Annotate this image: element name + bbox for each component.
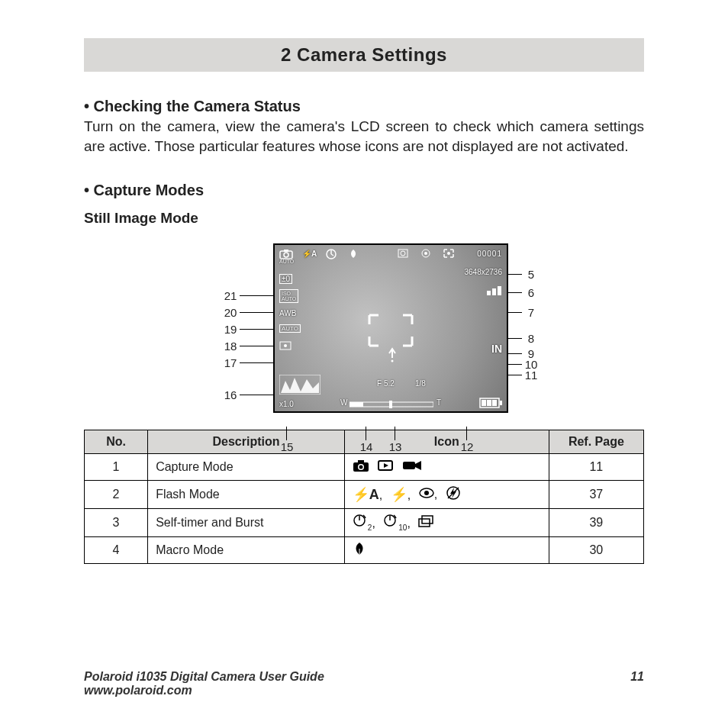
callout-18: 18 [221, 340, 240, 353]
aperture: F 5.2 [377, 379, 395, 388]
zoom-bar [350, 401, 433, 408]
svg-rect-18 [389, 401, 392, 408]
cell-icon: ⚡A, ⚡, , [344, 481, 549, 509]
callout-20: 20 [221, 306, 240, 319]
cell-ref: 37 [549, 481, 643, 509]
cell-icon: 2, 10, [344, 509, 549, 537]
iso-icon: ISO AUTO [279, 289, 298, 303]
cell-no: 4 [85, 537, 148, 564]
timer2-icon: 2, [353, 514, 375, 532]
storage: IN [491, 343, 502, 355]
sharpness-icon: AUTO [279, 324, 301, 333]
callout-17: 17 [221, 356, 240, 369]
flash-a-icon: ⚡A, [353, 486, 382, 503]
svg-point-8 [447, 252, 450, 255]
svg-rect-27 [358, 460, 364, 463]
status-body-text: Turn on the camera, view the camera's LC… [84, 117, 644, 156]
self-timer-icon [325, 248, 337, 260]
flash-auto-icon: ⚡A [302, 250, 317, 258]
flash-off-icon [446, 485, 461, 504]
svg-rect-17 [350, 402, 363, 407]
svg-point-26 [359, 465, 362, 469]
cell-desc: Flash Mode [148, 481, 345, 509]
table-row: 1Capture Mode 11 [85, 454, 644, 481]
histogram-icon [279, 375, 321, 395]
callout-14: 14 [357, 440, 375, 453]
callout-21: 21 [221, 289, 240, 302]
focus-bracket-icon [443, 248, 455, 259]
timer10-icon: 10, [383, 514, 411, 532]
svg-rect-23 [492, 400, 497, 406]
eye-icon: , [419, 488, 437, 501]
svg-rect-2 [284, 250, 288, 252]
battery-icon [479, 398, 502, 408]
svg-rect-9 [487, 291, 491, 295]
svg-rect-11 [498, 286, 501, 295]
cell-ref: 39 [549, 509, 643, 537]
table-row: 4Macro Mode30 [85, 537, 644, 564]
af-frame [368, 314, 414, 347]
zoom-label: x1.0 [279, 400, 294, 408]
redeye-icon [420, 248, 432, 259]
svg-point-12 [391, 360, 394, 362]
cell-no: 2 [85, 481, 148, 509]
callout-6: 6 [522, 286, 540, 299]
svg-point-7 [424, 252, 427, 255]
cell-ref: 11 [549, 454, 643, 481]
cell-desc: Capture Mode [148, 454, 345, 481]
section-heading-capture: Capture Modes [84, 182, 644, 199]
callout-11: 11 [522, 369, 540, 382]
page-footer: Polaroid i1035 Digital Camera User Guide… [84, 670, 644, 697]
cell-icon [344, 454, 549, 481]
cell-no: 3 [85, 509, 148, 537]
callout-16: 16 [221, 388, 240, 401]
cell-no: 1 [85, 454, 148, 481]
camera-icon [353, 459, 369, 475]
flash-icon: ⚡, [391, 486, 411, 503]
page-title: 2 Camera Settings [84, 38, 644, 72]
zoom-w: W [340, 398, 347, 407]
callout-7: 7 [522, 306, 540, 319]
section-heading-status: Checking the Camera Status [84, 98, 644, 115]
shot-counter: 00001 [477, 250, 502, 258]
ev-icon: ±0 [279, 274, 292, 284]
th-ref: Ref. Page [549, 430, 643, 454]
svg-rect-37 [422, 516, 433, 523]
callout-19: 19 [221, 323, 240, 336]
svg-point-14 [284, 344, 287, 347]
footer-page: 11 [630, 670, 644, 684]
callout-5: 5 [522, 268, 540, 281]
svg-point-31 [424, 491, 429, 495]
auto-label: AUTO [279, 259, 294, 264]
svg-point-5 [401, 251, 405, 256]
burst-icon [418, 515, 435, 530]
callout-13: 13 [386, 440, 404, 453]
video-icon [402, 459, 422, 475]
callout-15: 15 [278, 440, 296, 453]
cell-desc: Self-timer and Burst [148, 509, 345, 537]
callout-8: 8 [522, 332, 540, 345]
awb: AWB [279, 309, 296, 317]
footer-url: www.polaroid.com [84, 684, 192, 697]
svg-point-1 [284, 253, 288, 257]
svg-rect-20 [500, 401, 502, 405]
shutter: 1/8 [415, 379, 426, 388]
macro-icon [353, 542, 366, 559]
svg-rect-29 [403, 462, 415, 469]
svg-rect-21 [482, 400, 486, 406]
play-icon [377, 459, 394, 475]
th-desc: Description [148, 430, 345, 454]
shake-warning-icon [385, 347, 400, 362]
zoom-t: T [436, 398, 441, 407]
face-detect-icon [397, 248, 409, 259]
cell-ref: 30 [549, 537, 643, 564]
table-row: 2Flash Mode⚡A, ⚡, , 37 [85, 481, 644, 509]
cell-desc: Macro Mode [148, 537, 345, 564]
callout-12: 12 [458, 440, 476, 453]
mode-label: Still Image Mode [84, 210, 644, 227]
svg-rect-22 [487, 400, 491, 406]
table-row: 3Self-timer and Burst2, 10, 39 [85, 509, 644, 537]
quality-icon [487, 286, 502, 295]
svg-rect-10 [492, 288, 496, 295]
lcd-illustration: 1 2 3 4 22 23 24 21 20 19 18 17 16 5 6 7… [221, 243, 557, 413]
